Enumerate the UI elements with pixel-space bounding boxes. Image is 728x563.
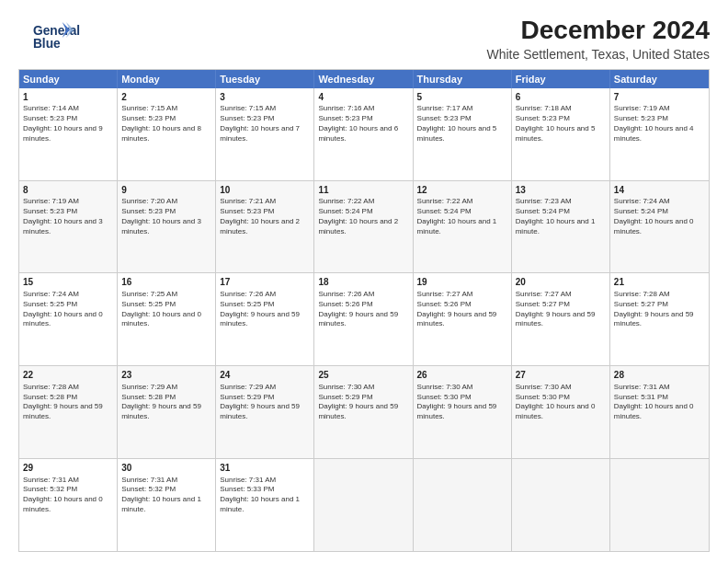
day-number: 16 <box>121 276 211 289</box>
calendar-cell: 6Sunrise: 7:18 AMSunset: 5:23 PMDaylight… <box>512 88 610 180</box>
calendar-cell: 2Sunrise: 7:15 AMSunset: 5:23 PMDaylight… <box>118 88 216 180</box>
calendar-cell: 20Sunrise: 7:27 AMSunset: 5:27 PMDayligh… <box>512 273 610 365</box>
day-number: 3 <box>220 91 310 104</box>
day-number: 23 <box>121 369 211 382</box>
calendar-row: 22Sunrise: 7:28 AMSunset: 5:28 PMDayligh… <box>19 365 709 458</box>
cell-info: Sunrise: 7:16 AMSunset: 5:23 PMDaylight:… <box>318 104 408 144</box>
cell-info: Sunrise: 7:27 AMSunset: 5:26 PMDaylight:… <box>417 290 507 329</box>
calendar-cell: 11Sunrise: 7:22 AMSunset: 5:24 PMDayligh… <box>314 181 413 273</box>
cell-info: Sunrise: 7:30 AMSunset: 5:29 PMDaylight:… <box>318 383 408 422</box>
calendar-cell: 16Sunrise: 7:25 AMSunset: 5:25 PMDayligh… <box>118 273 216 365</box>
cell-info: Sunrise: 7:19 AMSunset: 5:23 PMDaylight:… <box>614 104 705 144</box>
cell-info: Sunrise: 7:23 AMSunset: 5:24 PMDaylight:… <box>516 197 606 236</box>
cell-info: Sunrise: 7:15 AMSunset: 5:23 PMDaylight:… <box>220 104 310 144</box>
weekday-header: Monday <box>118 70 216 88</box>
cell-info: Sunrise: 7:28 AMSunset: 5:27 PMDaylight:… <box>614 290 705 329</box>
day-number: 11 <box>318 184 408 197</box>
weekday-header: Friday <box>512 70 610 88</box>
day-number: 24 <box>220 369 310 382</box>
calendar-cell: 4Sunrise: 7:16 AMSunset: 5:23 PMDaylight… <box>314 88 413 180</box>
weekday-header: Saturday <box>610 70 709 88</box>
cell-info: Sunrise: 7:26 AMSunset: 5:26 PMDaylight:… <box>318 290 408 329</box>
day-number: 26 <box>417 369 507 382</box>
weekday-header: Thursday <box>414 70 512 88</box>
day-number: 2 <box>121 91 211 104</box>
calendar-cell: 31Sunrise: 7:31 AMSunset: 5:33 PMDayligh… <box>216 459 314 551</box>
day-number: 29 <box>23 462 113 475</box>
cell-info: Sunrise: 7:31 AMSunset: 5:31 PMDaylight:… <box>614 383 705 422</box>
calendar-row: 1Sunrise: 7:14 AMSunset: 5:23 PMDaylight… <box>19 88 709 180</box>
calendar-cell: 15Sunrise: 7:24 AMSunset: 5:25 PMDayligh… <box>19 273 118 365</box>
cell-info: Sunrise: 7:29 AMSunset: 5:29 PMDaylight:… <box>220 383 310 422</box>
page: General Blue December 2024 White Settlem… <box>0 0 728 563</box>
day-number: 6 <box>516 91 606 104</box>
calendar-header: SundayMondayTuesdayWednesdayThursdayFrid… <box>19 70 709 88</box>
calendar-cell: 10Sunrise: 7:21 AMSunset: 5:23 PMDayligh… <box>216 181 314 273</box>
calendar-cell: 14Sunrise: 7:24 AMSunset: 5:24 PMDayligh… <box>610 181 709 273</box>
calendar-cell: 26Sunrise: 7:30 AMSunset: 5:30 PMDayligh… <box>414 366 512 458</box>
calendar-cell: 23Sunrise: 7:29 AMSunset: 5:28 PMDayligh… <box>118 366 216 458</box>
cell-info: Sunrise: 7:25 AMSunset: 5:25 PMDaylight:… <box>121 290 211 329</box>
cell-info: Sunrise: 7:26 AMSunset: 5:25 PMDaylight:… <box>220 290 310 329</box>
calendar-cell: 30Sunrise: 7:31 AMSunset: 5:32 PMDayligh… <box>118 459 216 551</box>
day-number: 8 <box>23 184 113 197</box>
calendar-cell: 29Sunrise: 7:31 AMSunset: 5:32 PMDayligh… <box>19 459 118 551</box>
day-number: 20 <box>516 276 606 289</box>
day-number: 5 <box>417 91 507 104</box>
day-number: 7 <box>614 91 705 104</box>
cell-info: Sunrise: 7:17 AMSunset: 5:23 PMDaylight:… <box>417 104 507 144</box>
cell-info: Sunrise: 7:30 AMSunset: 5:30 PMDaylight:… <box>516 383 606 422</box>
calendar-cell: 5Sunrise: 7:17 AMSunset: 5:23 PMDaylight… <box>414 88 512 180</box>
calendar-row: 29Sunrise: 7:31 AMSunset: 5:32 PMDayligh… <box>19 458 709 551</box>
day-number: 13 <box>516 184 606 197</box>
day-number: 22 <box>23 369 113 382</box>
calendar-cell <box>314 459 413 551</box>
day-number: 18 <box>318 276 408 289</box>
day-number: 12 <box>417 184 507 197</box>
day-number: 21 <box>614 276 705 289</box>
header: General Blue December 2024 White Settlem… <box>18 17 710 62</box>
day-number: 15 <box>23 276 113 289</box>
cell-info: Sunrise: 7:14 AMSunset: 5:23 PMDaylight:… <box>23 104 113 144</box>
cell-info: Sunrise: 7:30 AMSunset: 5:30 PMDaylight:… <box>417 383 507 422</box>
weekday-header: Sunday <box>19 70 118 88</box>
day-number: 9 <box>121 184 211 197</box>
calendar-cell: 25Sunrise: 7:30 AMSunset: 5:29 PMDayligh… <box>314 366 413 458</box>
day-number: 25 <box>318 369 408 382</box>
calendar-cell: 7Sunrise: 7:19 AMSunset: 5:23 PMDaylight… <box>610 88 709 180</box>
calendar-cell <box>512 459 610 551</box>
calendar-cell: 28Sunrise: 7:31 AMSunset: 5:31 PMDayligh… <box>610 366 709 458</box>
day-number: 19 <box>417 276 507 289</box>
month-title: December 2024 <box>486 17 710 45</box>
cell-info: Sunrise: 7:29 AMSunset: 5:28 PMDaylight:… <box>121 383 211 422</box>
calendar-cell: 8Sunrise: 7:19 AMSunset: 5:23 PMDaylight… <box>19 181 118 273</box>
calendar-cell: 21Sunrise: 7:28 AMSunset: 5:27 PMDayligh… <box>610 273 709 365</box>
logo: General Blue <box>18 20 83 53</box>
calendar-row: 15Sunrise: 7:24 AMSunset: 5:25 PMDayligh… <box>19 272 709 365</box>
day-number: 10 <box>220 184 310 197</box>
cell-info: Sunrise: 7:15 AMSunset: 5:23 PMDaylight:… <box>121 104 211 144</box>
calendar-cell: 1Sunrise: 7:14 AMSunset: 5:23 PMDaylight… <box>19 88 118 180</box>
day-number: 1 <box>23 91 113 104</box>
calendar-body: 1Sunrise: 7:14 AMSunset: 5:23 PMDaylight… <box>19 88 709 551</box>
day-number: 27 <box>516 369 606 382</box>
calendar-cell: 13Sunrise: 7:23 AMSunset: 5:24 PMDayligh… <box>512 181 610 273</box>
calendar-cell: 3Sunrise: 7:15 AMSunset: 5:23 PMDaylight… <box>216 88 314 180</box>
calendar-cell: 19Sunrise: 7:27 AMSunset: 5:26 PMDayligh… <box>414 273 512 365</box>
calendar-cell <box>414 459 512 551</box>
calendar-cell: 24Sunrise: 7:29 AMSunset: 5:29 PMDayligh… <box>216 366 314 458</box>
day-number: 31 <box>220 462 310 475</box>
day-number: 17 <box>220 276 310 289</box>
cell-info: Sunrise: 7:27 AMSunset: 5:27 PMDaylight:… <box>516 290 606 329</box>
cell-info: Sunrise: 7:24 AMSunset: 5:24 PMDaylight:… <box>614 197 705 236</box>
cell-info: Sunrise: 7:22 AMSunset: 5:24 PMDaylight:… <box>318 197 408 236</box>
cell-info: Sunrise: 7:31 AMSunset: 5:32 PMDaylight:… <box>121 476 211 515</box>
cell-info: Sunrise: 7:22 AMSunset: 5:24 PMDaylight:… <box>417 197 507 236</box>
calendar: SundayMondayTuesdayWednesdayThursdayFrid… <box>18 69 710 552</box>
cell-info: Sunrise: 7:21 AMSunset: 5:23 PMDaylight:… <box>220 197 310 236</box>
day-number: 14 <box>614 184 705 197</box>
cell-info: Sunrise: 7:20 AMSunset: 5:23 PMDaylight:… <box>121 197 211 236</box>
calendar-cell: 22Sunrise: 7:28 AMSunset: 5:28 PMDayligh… <box>19 366 118 458</box>
location-title: White Settlement, Texas, United States <box>486 47 710 62</box>
day-number: 30 <box>121 462 211 475</box>
